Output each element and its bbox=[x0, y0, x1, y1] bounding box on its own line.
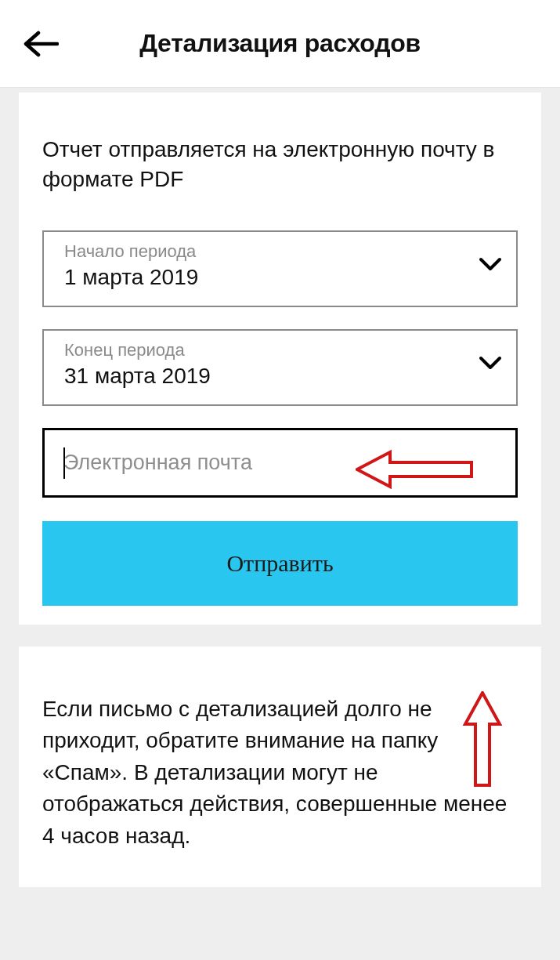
back-button[interactable] bbox=[19, 22, 63, 66]
email-field-wrapper[interactable] bbox=[42, 428, 518, 498]
chevron-down-icon bbox=[479, 257, 502, 271]
period-end-label: Конец периода bbox=[64, 340, 500, 360]
submit-button[interactable]: Отправить bbox=[42, 521, 518, 606]
period-end-select[interactable]: Конец периода 31 марта 2019 bbox=[42, 329, 518, 406]
info-card: Если письмо с детализацией долго не прих… bbox=[19, 647, 541, 887]
period-start-value: 1 марта 2019 bbox=[64, 265, 500, 290]
period-start-label: Начало периода bbox=[64, 241, 500, 262]
form-card: Отчет отправляется на электронную почту … bbox=[19, 92, 541, 625]
page-title: Детализация расходов bbox=[63, 29, 541, 58]
period-start-select[interactable]: Начало периода 1 марта 2019 bbox=[42, 230, 518, 307]
info-text: Если письмо с детализацией долго не прих… bbox=[42, 694, 518, 853]
email-input[interactable] bbox=[63, 451, 498, 475]
text-caret bbox=[63, 447, 65, 479]
arrow-left-icon bbox=[23, 30, 59, 58]
form-lead-text: Отчет отправляется на электронную почту … bbox=[42, 135, 518, 194]
chevron-down-icon bbox=[479, 356, 502, 370]
app-header: Детализация расходов bbox=[0, 0, 560, 88]
period-end-value: 31 марта 2019 bbox=[64, 364, 500, 389]
